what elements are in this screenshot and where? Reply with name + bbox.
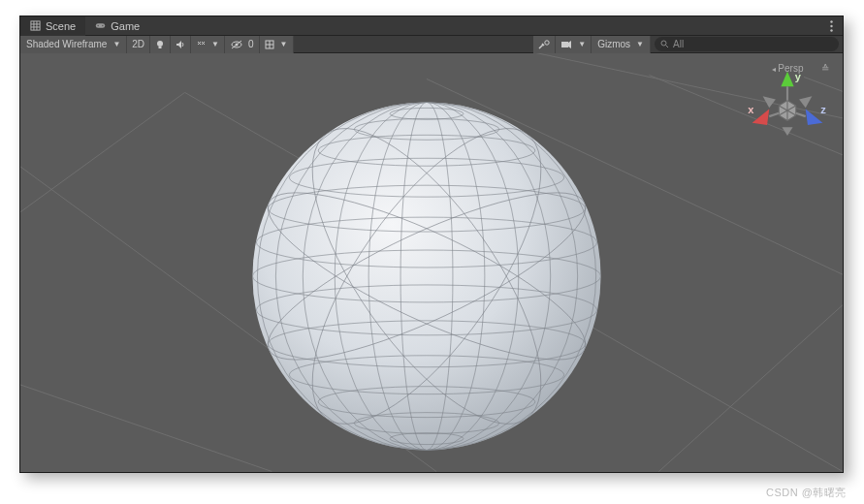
lighting-toggle[interactable] [150, 36, 171, 53]
svg-marker-70 [782, 127, 792, 136]
axis-z-label: z [820, 104, 826, 115]
svg-point-10 [830, 29, 832, 31]
tab-bar: Scene Game [20, 16, 843, 36]
axis-x-label: x [748, 104, 754, 115]
gizmos-dropdown[interactable]: Gizmos▼ [592, 36, 651, 53]
tab-scene[interactable]: Scene [20, 16, 85, 36]
tools-button[interactable] [533, 36, 556, 53]
scene-toolbar: Shaded Wireframe▼ 2D ▼ 0 ▼ ▼ Gizmos▼ All [20, 36, 843, 53]
chevron-down-icon: ▼ [112, 40, 120, 48]
svg-line-67 [769, 113, 779, 116]
orientation-gizmo[interactable]: ≙ y x z [746, 61, 829, 148]
svg-rect-21 [561, 42, 568, 47]
scene-render [20, 53, 843, 472]
svg-marker-13 [176, 41, 181, 48]
camera-dropdown[interactable]: ▼ [556, 36, 592, 53]
search-placeholder: All [673, 39, 684, 49]
svg-point-6 [98, 25, 100, 27]
svg-rect-12 [159, 47, 162, 48]
grid-icon [30, 20, 41, 31]
svg-rect-0 [31, 21, 40, 30]
tab-game-label: Game [111, 20, 140, 32]
2d-toggle[interactable]: 2D [127, 36, 150, 53]
lightbulb-icon [155, 40, 165, 49]
axis-y-label: y [795, 71, 802, 82]
chevron-down-icon: ▼ [280, 40, 288, 48]
sphere-mesh [252, 102, 600, 450]
gizmos-label: Gizmos [597, 39, 630, 49]
tab-game[interactable]: Game [85, 16, 149, 36]
panel-menu-button[interactable] [819, 16, 843, 36]
2d-label: 2D [132, 39, 144, 49]
svg-point-9 [830, 24, 832, 26]
watermark: CSDN @韩曙亮 [766, 486, 847, 500]
axes-gizmo: y x z [746, 61, 829, 148]
shading-mode-label: Shaded Wireframe [26, 39, 107, 49]
fx-dropdown[interactable]: ▼ [191, 36, 225, 53]
camera-icon [560, 40, 572, 49]
svg-point-8 [830, 20, 832, 22]
grid-snap-dropdown[interactable]: ▼ [260, 36, 294, 53]
svg-marker-64 [781, 72, 793, 86]
chevron-down-icon: ▼ [578, 40, 586, 48]
svg-line-69 [796, 113, 806, 116]
svg-line-24 [666, 46, 669, 48]
svg-marker-22 [568, 41, 571, 48]
svg-marker-71 [799, 96, 812, 108]
hierarchy-search[interactable]: All [655, 37, 839, 51]
visibility-icon [230, 40, 243, 49]
chevron-down-icon: ▼ [211, 40, 219, 48]
kebab-icon [830, 20, 833, 32]
svg-rect-5 [96, 23, 105, 28]
visibility-toggle[interactable]: 0 [225, 36, 260, 53]
scene-panel: Scene Game Shaded Wireframe▼ 2D ▼ 0 ▼ ▼ … [19, 16, 844, 473]
scene-viewport[interactable]: ≙ y x z [20, 53, 843, 472]
svg-point-20 [545, 40, 549, 44]
fx-icon [196, 40, 206, 49]
chevron-down-icon: ▼ [636, 40, 644, 48]
tab-scene-label: Scene [46, 20, 76, 32]
hidden-count: 0 [248, 39, 254, 49]
audio-toggle[interactable] [171, 36, 191, 53]
search-icon [660, 40, 669, 48]
tools-icon [538, 40, 550, 49]
svg-marker-72 [763, 96, 776, 108]
shading-mode-dropdown[interactable]: Shaded Wireframe▼ [20, 36, 127, 53]
grid-snap-icon [265, 40, 274, 49]
svg-marker-66 [752, 109, 770, 125]
audio-icon [176, 40, 185, 49]
gamepad-icon [95, 20, 106, 31]
svg-point-23 [661, 41, 666, 46]
svg-point-11 [157, 41, 163, 47]
svg-point-7 [102, 25, 104, 27]
